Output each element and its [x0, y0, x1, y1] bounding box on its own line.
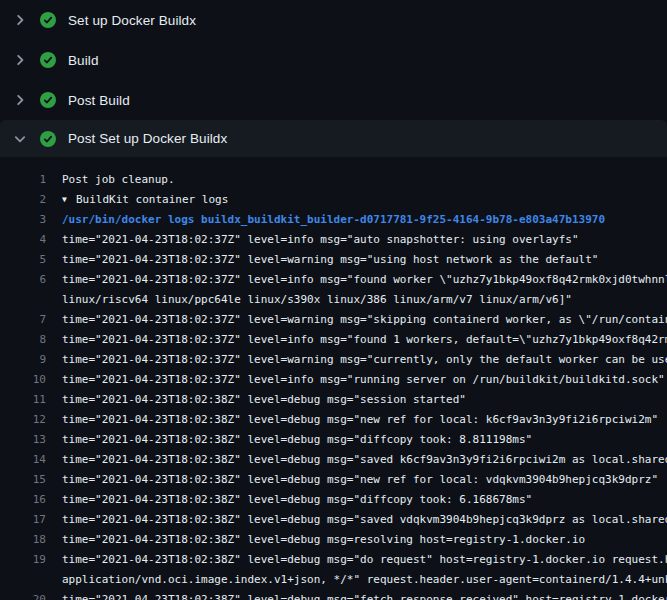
log-line: 9 time="2021-04-23T18:02:37Z" level=warn… [0, 350, 667, 370]
success-check-icon [40, 52, 56, 68]
line-number[interactable] [0, 290, 46, 310]
line-text: time="2021-04-23T18:02:38Z" level=debug … [62, 410, 658, 430]
log-line: 15 time="2021-04-23T18:02:38Z" level=deb… [0, 470, 667, 490]
log-line: 18 time="2021-04-23T18:02:38Z" level=deb… [0, 530, 667, 550]
step-label: Post Build [68, 93, 130, 108]
line-number[interactable]: 16 [0, 490, 46, 510]
log-line: 13 time="2021-04-23T18:02:38Z" level=deb… [0, 430, 667, 450]
line-text: time="2021-04-23T18:02:37Z" level=info m… [62, 270, 667, 290]
line-number[interactable]: 1 [0, 170, 46, 190]
line-number[interactable]: 7 [0, 310, 46, 330]
line-text: time="2021-04-23T18:02:37Z" level=info m… [62, 370, 665, 390]
line-number[interactable]: 4 [0, 230, 46, 250]
line-text: time="2021-04-23T18:02:37Z" level=warnin… [62, 250, 598, 270]
step-header[interactable]: Build [0, 40, 667, 80]
log-line: 20 time="2021-04-23T18:02:38Z" level=deb… [0, 590, 667, 600]
line-text: time="2021-04-23T18:02:38Z" level=debug … [62, 510, 667, 530]
log-line: 16 time="2021-04-23T18:02:38Z" level=deb… [0, 490, 667, 510]
log-line: 14 time="2021-04-23T18:02:38Z" level=deb… [0, 450, 667, 470]
step-label: Set up Docker Buildx [68, 13, 196, 28]
log-line: 6 time="2021-04-23T18:02:37Z" level=info… [0, 270, 667, 290]
line-text: time="2021-04-23T18:02:38Z" level=debug … [62, 490, 532, 510]
log-line: 10 time="2021-04-23T18:02:37Z" level=inf… [0, 370, 667, 390]
log-line: linux/riscv64 linux/ppc64le linux/s390x … [0, 290, 667, 310]
log-area: 1 Post job cleanup. 2 ▼ BuildKit contain… [0, 157, 667, 600]
line-text: linux/riscv64 linux/ppc64le linux/s390x … [62, 290, 572, 310]
line-text: time="2021-04-23T18:02:37Z" level=info m… [62, 230, 579, 250]
step-header[interactable]: Set up Docker Buildx [0, 0, 667, 40]
line-number[interactable]: 6 [0, 270, 46, 290]
line-number[interactable]: 14 [0, 450, 46, 470]
log-line: application/vnd.oci.image.index.v1+json,… [0, 570, 667, 590]
line-text: time="2021-04-23T18:02:38Z" level=debug … [62, 450, 667, 470]
log-line: 17 time="2021-04-23T18:02:38Z" level=deb… [0, 510, 667, 530]
step-label: Post Set up Docker Buildx [68, 131, 227, 146]
line-text: time="2021-04-23T18:02:38Z" level=debug … [62, 590, 667, 600]
line-number[interactable]: 3 [0, 210, 46, 230]
line-number[interactable]: 11 [0, 390, 46, 410]
group-toggle-icon[interactable]: ▼ [62, 190, 74, 210]
line-text: Post job cleanup. [62, 170, 175, 190]
line-text: time="2021-04-23T18:02:37Z" level=warnin… [62, 310, 667, 330]
log-line: 3 /usr/bin/docker logs buildx_buildkit_b… [0, 210, 667, 230]
success-check-icon [40, 92, 56, 108]
success-check-icon [40, 131, 56, 147]
actions-job-log-panel: Set up Docker Buildx Build Post Buil [0, 0, 667, 600]
log-line: 8 time="2021-04-23T18:02:37Z" level=info… [0, 330, 667, 350]
line-number[interactable]: 12 [0, 410, 46, 430]
log-line: 12 time="2021-04-23T18:02:38Z" level=deb… [0, 410, 667, 430]
step-header[interactable]: Post Build [0, 80, 667, 120]
line-number[interactable]: 13 [0, 430, 46, 450]
success-check-icon [40, 12, 56, 28]
line-number[interactable]: 5 [0, 250, 46, 270]
line-number[interactable]: 20 [0, 590, 46, 600]
log-line: 11 time="2021-04-23T18:02:38Z" level=deb… [0, 390, 667, 410]
line-text: time="2021-04-23T18:02:38Z" level=debug … [62, 430, 532, 450]
log-line: 5 time="2021-04-23T18:02:37Z" level=warn… [0, 250, 667, 270]
steps-list: Set up Docker Buildx Build Post Buil [0, 0, 667, 157]
line-number[interactable]: 8 [0, 330, 46, 350]
line-number[interactable]: 10 [0, 370, 46, 390]
chevron-icon[interactable] [12, 92, 28, 108]
chevron-icon[interactable] [12, 131, 28, 147]
log-line: 7 time="2021-04-23T18:02:37Z" level=warn… [0, 310, 667, 330]
step-header[interactable]: Post Set up Docker Buildx [0, 120, 667, 157]
step-label: Build [68, 53, 99, 68]
line-text: time="2021-04-23T18:02:38Z" level=debug … [62, 390, 466, 410]
log-line: 4 time="2021-04-23T18:02:37Z" level=info… [0, 230, 667, 250]
chevron-icon[interactable] [12, 12, 28, 28]
log-line: 19 time="2021-04-23T18:02:38Z" level=deb… [0, 550, 667, 570]
line-number[interactable]: 17 [0, 510, 46, 530]
line-number[interactable]: 15 [0, 470, 46, 490]
line-text: /usr/bin/docker logs buildx_buildkit_bui… [62, 210, 605, 230]
line-number[interactable]: 18 [0, 530, 46, 550]
line-text: time="2021-04-23T18:02:37Z" level=info m… [62, 330, 667, 350]
log-line: 1 Post job cleanup. [0, 170, 667, 190]
log-line: 2 ▼ BuildKit container logs [0, 190, 667, 210]
line-text: time="2021-04-23T18:02:38Z" level=debug … [62, 470, 658, 490]
line-number[interactable]: 19 [0, 550, 46, 570]
line-text: time="2021-04-23T18:02:37Z" level=warnin… [62, 350, 667, 370]
line-text: BuildKit container logs [76, 190, 228, 210]
line-number[interactable] [0, 570, 46, 590]
chevron-icon[interactable] [12, 52, 28, 68]
line-text: application/vnd.oci.image.index.v1+json,… [62, 570, 667, 590]
line-number[interactable]: 9 [0, 350, 46, 370]
line-text: time="2021-04-23T18:02:38Z" level=debug … [62, 530, 585, 550]
line-text: time="2021-04-23T18:02:38Z" level=debug … [62, 550, 667, 570]
line-number[interactable]: 2 [0, 190, 46, 210]
